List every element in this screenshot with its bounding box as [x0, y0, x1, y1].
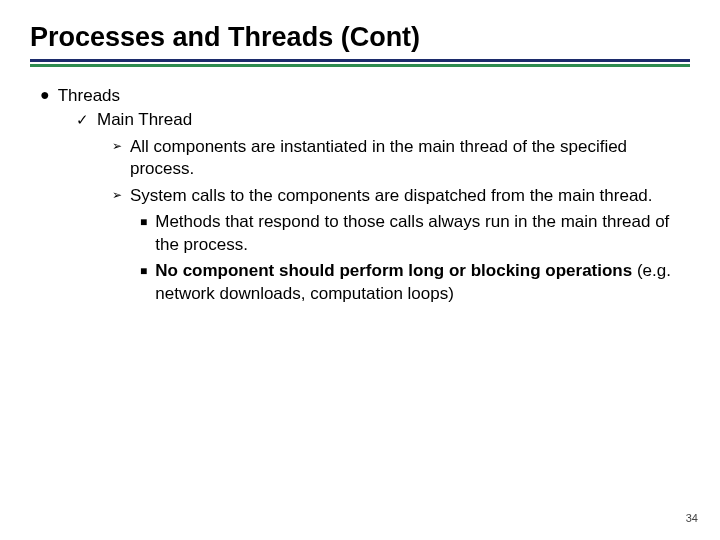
triangle-icon: ➢	[112, 186, 122, 205]
divider-navy	[30, 59, 690, 62]
bullet-text: System calls to the components are dispa…	[130, 185, 684, 207]
bullet-lvl4: ■ Methods that respond to those calls al…	[140, 211, 690, 256]
square-icon: ■	[140, 212, 147, 232]
slide-content: ● Threads ✓ Main Thread ➢ All components…	[30, 85, 690, 305]
bullet-lvl4: ■ No component should perform long or bl…	[140, 260, 690, 305]
bullet-lvl2: ✓ Main Thread	[76, 109, 690, 131]
bullet-text: Methods that respond to those calls alwa…	[155, 211, 684, 256]
bullet-lvl3: ➢ System calls to the components are dis…	[112, 185, 690, 207]
slide: Processes and Threads (Cont) ● Threads ✓…	[0, 0, 720, 540]
divider-green	[30, 64, 690, 67]
bullet-lvl3: ➢ All components are instantiated in the…	[112, 136, 690, 181]
bullet-lvl1: ● Threads	[40, 85, 690, 107]
slide-title: Processes and Threads (Cont)	[30, 22, 690, 53]
check-icon: ✓	[76, 110, 89, 130]
dot-icon: ●	[40, 85, 50, 106]
square-icon: ■	[140, 261, 147, 281]
bullet-text: No component should perform long or bloc…	[155, 260, 684, 305]
bullet-text: Threads	[58, 85, 690, 107]
bullet-bold-segment: No component should perform long or bloc…	[155, 261, 632, 280]
triangle-icon: ➢	[112, 137, 122, 156]
page-number: 34	[686, 512, 698, 524]
bullet-text: Main Thread	[97, 109, 690, 131]
bullet-text: All components are instantiated in the m…	[130, 136, 684, 181]
